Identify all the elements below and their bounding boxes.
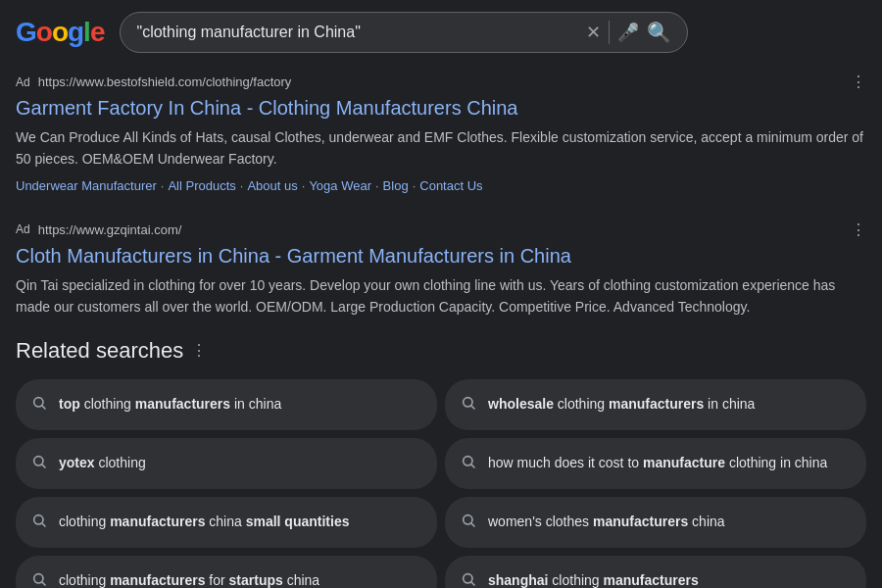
- svg-line-15: [471, 582, 474, 585]
- search-icon[interactable]: 🔍: [647, 21, 671, 44]
- related-text-2: wholesale clothing manufacturers in chin…: [488, 395, 755, 415]
- ad-meta-2: Ad https://www.gzqintai.com/ ⋮: [16, 220, 866, 239]
- ad-link-yogawear[interactable]: Yoga Wear: [309, 178, 371, 193]
- related-options-icon[interactable]: ⋮: [191, 341, 207, 360]
- ad-block-1: Ad https://www.bestofshield.com/clothing…: [16, 65, 866, 193]
- ad-url-1: https://www.bestofshield.com/clothing/fa…: [38, 74, 292, 89]
- ad-options-2[interactable]: ⋮: [851, 220, 866, 239]
- svg-line-5: [42, 465, 45, 467]
- search-icon-related-7: [31, 571, 47, 588]
- related-text-8: shanghai clothing manufacturers: [488, 571, 699, 588]
- ad-link-aboutus[interactable]: About us: [247, 178, 297, 193]
- ad-url-2: https://www.gzqintai.com/: [38, 222, 182, 237]
- ad-link-contactus[interactable]: Contact Us: [419, 178, 482, 193]
- related-item-8[interactable]: shanghai clothing manufacturers: [445, 556, 866, 588]
- search-icon-related-5: [31, 513, 47, 532]
- ad-label-1: Ad: [16, 75, 30, 89]
- related-text-6: women's clothes manufacturers china: [488, 513, 725, 532]
- related-text-5: clothing manufacturers china small quant…: [59, 513, 349, 532]
- ad-link-underwear[interactable]: Underwear Manufacturer: [16, 178, 157, 193]
- ad-link-blog[interactable]: Blog: [383, 178, 409, 193]
- ad-links-1: Underwear Manufacturer · All Products · …: [16, 178, 866, 193]
- search-icon-related-3: [31, 454, 47, 473]
- header: Google ✕ 🎤 🔍: [0, 0, 882, 65]
- related-text-3: yotex clothing: [59, 454, 146, 473]
- ad-title-2[interactable]: Cloth Manufacturers in China - Garment M…: [16, 243, 866, 269]
- related-item-5[interactable]: clothing manufacturers china small quant…: [16, 497, 437, 548]
- svg-line-11: [471, 523, 474, 526]
- svg-line-3: [471, 406, 474, 409]
- clear-icon[interactable]: ✕: [586, 22, 601, 43]
- related-searches-section: Related searches ⋮ top clothing manufact…: [16, 338, 866, 588]
- search-icon-related-4: [461, 454, 476, 473]
- related-item-3[interactable]: yotex clothing: [16, 438, 437, 489]
- related-item-6[interactable]: women's clothes manufacturers china: [445, 497, 866, 548]
- search-bar[interactable]: ✕ 🎤 🔍: [120, 12, 688, 53]
- divider: [609, 21, 610, 44]
- related-text-4: how much does it cost to manufacture clo…: [488, 454, 827, 473]
- related-title: Related searches: [16, 338, 183, 364]
- related-item-7[interactable]: clothing manufacturers for startups chin…: [16, 556, 437, 588]
- svg-line-9: [42, 523, 45, 526]
- svg-line-13: [42, 582, 45, 585]
- related-item-1[interactable]: top clothing manufacturers in china: [16, 379, 437, 430]
- search-icon-related-1: [31, 395, 47, 415]
- ad-label-2: Ad: [16, 222, 30, 236]
- search-icon-related-8: [461, 571, 476, 588]
- google-logo: Google: [16, 17, 104, 48]
- search-input[interactable]: [136, 24, 578, 41]
- search-icon-related-6: [461, 513, 476, 532]
- svg-line-7: [471, 465, 474, 467]
- ad-options-1[interactable]: ⋮: [851, 73, 866, 91]
- related-text-1: top clothing manufacturers in china: [59, 395, 281, 415]
- ad-description-2: Qin Tai specialized in clothing for over…: [16, 274, 866, 318]
- svg-line-1: [42, 406, 45, 409]
- main-content: Ad https://www.bestofshield.com/clothing…: [0, 65, 882, 588]
- ad-description-1: We Can Produce All Kinds of Hats, causal…: [16, 126, 866, 171]
- mic-icon[interactable]: 🎤: [617, 22, 639, 43]
- related-grid: top clothing manufacturers in chinawhole…: [16, 379, 866, 588]
- ad-block-2: Ad https://www.gzqintai.com/ ⋮ Cloth Man…: [16, 213, 866, 318]
- ad-meta-1: Ad https://www.bestofshield.com/clothing…: [16, 73, 866, 91]
- related-text-7: clothing manufacturers for startups chin…: [59, 571, 319, 588]
- search-icon-related-2: [461, 395, 476, 415]
- ad-title-1[interactable]: Garment Factory In China - Clothing Manu…: [16, 95, 866, 121]
- related-item-2[interactable]: wholesale clothing manufacturers in chin…: [445, 379, 866, 430]
- related-item-4[interactable]: how much does it cost to manufacture clo…: [445, 438, 866, 489]
- ad-link-allproducts[interactable]: All Products: [168, 178, 235, 193]
- related-header: Related searches ⋮: [16, 338, 866, 364]
